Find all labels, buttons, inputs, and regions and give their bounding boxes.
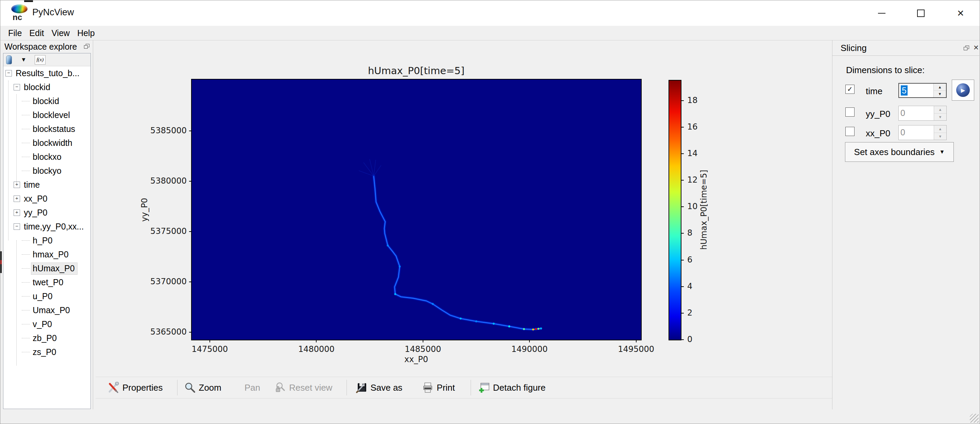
detach-figure-button[interactable]: Detach figure xyxy=(479,382,546,394)
slicing-float-icon[interactable] xyxy=(964,46,969,50)
tree-item-label[interactable]: hUmax_P0 xyxy=(31,263,77,275)
tree-item-label[interactable]: blockyo xyxy=(31,165,64,177)
tree-item-label[interactable]: blockid xyxy=(31,95,62,107)
tree-item-results-tuto-b-[interactable]: −Results_tuto_b... xyxy=(3,66,91,80)
xx-p0-spinbox-value: 0 xyxy=(899,125,934,140)
app-logo-icon: nc xyxy=(11,4,28,23)
resize-grip[interactable] xyxy=(970,414,978,422)
tree-item-blockid[interactable]: −blockid xyxy=(3,80,91,94)
tree-item-label[interactable]: zb_P0 xyxy=(31,332,59,344)
yy-p0-spin-buttons[interactable]: ▲ ▼ xyxy=(934,106,947,121)
tree-item-label[interactable]: blocklevel xyxy=(31,110,72,121)
print-button-label: Print xyxy=(437,383,455,393)
slicing-panel: Slicing ✕ Dimensions to slice: ✓ time 5 … xyxy=(832,40,980,410)
colorbar-tick-mark xyxy=(681,100,684,101)
slicing-close-icon[interactable]: ✕ xyxy=(973,43,979,52)
yy-p0-spinbox-value: 0 xyxy=(899,106,934,121)
tree-item-label[interactable]: blockxo xyxy=(31,151,64,163)
tree-item-label[interactable]: blockstatus xyxy=(31,124,78,135)
x-tick-mark xyxy=(529,340,530,342)
dropdown-arrow-icon[interactable]: ▼ xyxy=(21,56,27,63)
minimize-button[interactable] xyxy=(866,0,897,26)
time-label: time xyxy=(866,86,882,97)
print-button[interactable]: Print xyxy=(422,382,455,394)
tree-item-label[interactable]: time xyxy=(22,179,42,191)
reset-view-button[interactable]: Reset view xyxy=(274,382,332,394)
river-svg xyxy=(192,79,641,340)
tree-item-label[interactable]: blockwidth xyxy=(31,137,75,149)
panel-splitter[interactable] xyxy=(93,40,93,410)
expand-expander-icon[interactable]: + xyxy=(14,181,20,188)
river-hot-spot xyxy=(476,320,477,322)
expand-expander-icon[interactable]: + xyxy=(14,195,20,202)
properties-button[interactable]: Properties xyxy=(108,382,163,394)
xx-p0-spinbox[interactable]: 0 ▲ ▼ xyxy=(898,125,947,140)
open-file-icon[interactable] xyxy=(6,56,12,64)
tree-item-label[interactable]: time,yy_P0,xx... xyxy=(22,221,86,233)
time-spin-buttons[interactable]: ▲ ▼ xyxy=(934,84,946,97)
plot-axes[interactable] xyxy=(191,79,642,340)
time-spinbox[interactable]: 5 ▲ ▼ xyxy=(898,83,947,98)
colorbar-tick-mark xyxy=(681,286,684,287)
zoom-button[interactable]: Zoom xyxy=(184,382,221,394)
collapse-expander-icon[interactable]: − xyxy=(14,84,20,91)
colorbar-label: hUmax_P0[time=5] xyxy=(699,159,710,261)
tree-item-label[interactable]: blockid xyxy=(22,82,53,93)
y-tick-mark xyxy=(189,231,192,232)
tree-item-yy-p0[interactable]: +yy_P0 xyxy=(3,206,91,220)
tree-guide xyxy=(22,115,30,116)
x-tick-mark xyxy=(316,340,317,342)
collapse-expander-icon[interactable]: − xyxy=(14,223,20,230)
expression-fx-button[interactable]: f(x) xyxy=(35,55,46,65)
colorbar-tick-label: 14 xyxy=(687,149,698,158)
save-as-button[interactable]: Save as xyxy=(356,382,402,394)
tree-guide xyxy=(22,129,30,130)
workspace-panel-title: Workspace explore xyxy=(5,42,77,52)
tree-item-label[interactable]: zs_P0 xyxy=(31,346,59,358)
close-button[interactable]: ✕ xyxy=(945,0,976,26)
tree-item-xx-p0[interactable]: +xx_P0 xyxy=(3,192,91,206)
colorbar-tick-label: 8 xyxy=(687,228,692,238)
colorbar-tick-mark xyxy=(681,339,684,340)
yy-p0-spin-down-icon[interactable]: ▼ xyxy=(934,114,947,121)
tree-guide xyxy=(22,324,30,325)
expand-expander-icon[interactable]: + xyxy=(14,210,20,216)
floppy-pencil-icon xyxy=(356,382,367,394)
menu-help[interactable]: Help xyxy=(73,28,98,38)
time-spin-up-icon[interactable]: ▲ xyxy=(934,84,946,91)
tree-item-label[interactable]: xx_P0 xyxy=(22,193,49,205)
tree-item-label[interactable]: Results_tuto_b... xyxy=(14,68,82,79)
xx-p0-spin-up-icon[interactable]: ▲ xyxy=(934,125,947,133)
tree-item-label[interactable]: twet_P0 xyxy=(31,277,66,288)
tree-item-label[interactable]: Umax_P0 xyxy=(31,305,72,316)
yy-p0-checkbox[interactable] xyxy=(845,108,854,117)
pan-button[interactable]: Pan xyxy=(245,383,260,393)
x-tick-label: 1475000 xyxy=(179,345,240,354)
tree-item-label[interactable]: hmax_P0 xyxy=(31,249,71,260)
xx-p0-spin-buttons[interactable]: ▲ ▼ xyxy=(934,125,947,140)
xx-p0-checkbox[interactable] xyxy=(845,127,854,136)
tree-item-label[interactable]: u_P0 xyxy=(31,291,55,302)
menu-view[interactable]: View xyxy=(48,28,73,38)
yy-p0-spin-up-icon[interactable]: ▲ xyxy=(934,106,947,114)
tree-item-time-yy-p0-xx-[interactable]: −time,yy_P0,xx... xyxy=(3,220,91,233)
menu-file[interactable]: File xyxy=(5,28,25,38)
tree-guide xyxy=(22,157,30,157)
time-checkbox[interactable]: ✓ xyxy=(845,85,854,94)
menu-edit[interactable]: Edit xyxy=(25,28,48,38)
slicing-header-divider xyxy=(832,56,980,56)
river-channel xyxy=(374,176,541,329)
colorbar-tick-mark xyxy=(681,260,684,260)
collapse-expander-icon[interactable]: − xyxy=(5,70,12,76)
tree-item-label[interactable]: v_P0 xyxy=(31,319,54,330)
workspace-float-icon[interactable] xyxy=(84,44,89,49)
yy-p0-spinbox[interactable]: 0 ▲ ▼ xyxy=(898,106,947,121)
tree-item-label[interactable]: yy_P0 xyxy=(22,207,49,219)
maximize-button[interactable] xyxy=(905,0,936,26)
time-spin-down-icon[interactable]: ▼ xyxy=(934,91,946,98)
xx-p0-spin-down-icon[interactable]: ▼ xyxy=(934,133,947,140)
colorbar-tick-label: 18 xyxy=(687,95,698,105)
set-axes-boundaries-button[interactable]: Set axes boundaries ▼ xyxy=(845,142,954,162)
animate-button[interactable]: ▶ xyxy=(952,79,974,101)
tree-item-label[interactable]: h_P0 xyxy=(31,235,55,246)
